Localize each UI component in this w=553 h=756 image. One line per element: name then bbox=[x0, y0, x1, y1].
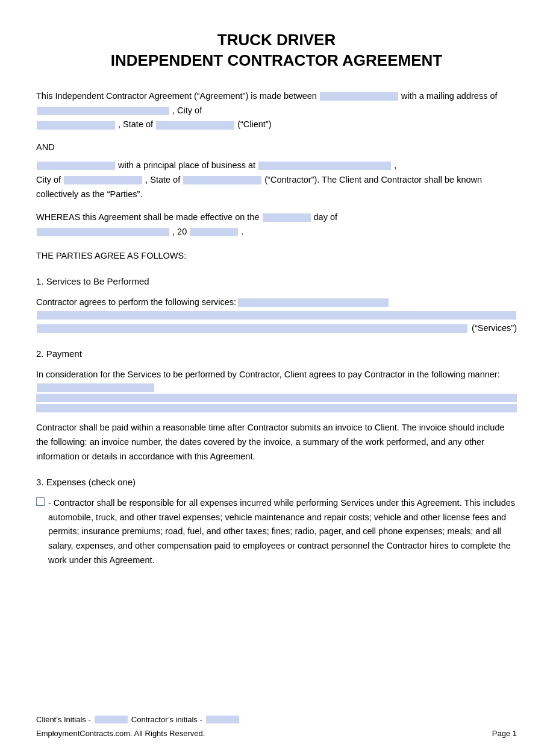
section-2-body-2: Contractor shall be paid within a reason… bbox=[36, 421, 517, 464]
whereas-year: , 20 bbox=[172, 227, 187, 236]
blank-contractor-name[interactable] bbox=[37, 162, 115, 170]
whereas-day: day of bbox=[314, 212, 338, 222]
s2-number: 2. bbox=[36, 348, 44, 359]
and-block: AND bbox=[36, 140, 517, 155]
intro-p1-mid2: , City of bbox=[172, 106, 202, 115]
blank-day[interactable] bbox=[263, 213, 311, 222]
blank-services-3[interactable] bbox=[37, 324, 467, 333]
document-header: TRUCK DRIVER INDEPENDENT CONTRACTOR AGRE… bbox=[36, 30, 517, 71]
whereas-paragraph: WHEREAS this Agreement shall be made eff… bbox=[36, 210, 517, 239]
document-footer: Client’s Initials - Contractor’s initial… bbox=[36, 715, 517, 738]
blank-year[interactable] bbox=[190, 228, 238, 236]
blank-contractor-city[interactable] bbox=[64, 176, 142, 184]
s1-number: 1. bbox=[36, 276, 44, 286]
contractors-initials-label: Contractor’s initials - bbox=[131, 715, 202, 724]
services-line-3: (“Services”) bbox=[36, 321, 517, 336]
intro-p2-start: with a principal place of business at bbox=[118, 160, 255, 170]
intro-p1-mid3: , State of bbox=[118, 119, 153, 129]
s1-services-end: (“Services”) bbox=[472, 321, 517, 336]
s2-body-p2: Contractor shall be paid within a reason… bbox=[36, 423, 505, 461]
section-2-heading: 2. Payment bbox=[36, 347, 517, 362]
s1-title: Services to Be Performed bbox=[46, 276, 149, 286]
initials-row: Client’s Initials - Contractor’s initial… bbox=[36, 715, 517, 724]
s3-title: Expenses bbox=[46, 477, 86, 487]
blank-principal-address[interactable] bbox=[258, 162, 391, 170]
s2-title: Payment bbox=[46, 348, 82, 359]
blank-clients-initials[interactable] bbox=[95, 716, 128, 723]
section-1-body: Contractor agrees to perform the followi… bbox=[36, 295, 517, 336]
copyright-text: EmploymentContracts.com. All Rights Rese… bbox=[36, 729, 205, 738]
intro-p2-comma: , bbox=[394, 160, 396, 170]
blank-contractor-state[interactable] bbox=[183, 176, 261, 184]
blank-client-city[interactable] bbox=[37, 121, 115, 130]
intro-paragraph-1: This Independent Contractor Agreement (“… bbox=[36, 89, 517, 133]
blank-client-state[interactable] bbox=[156, 121, 234, 130]
blank-payment-2[interactable] bbox=[36, 394, 517, 402]
footer-bottom: EmploymentContracts.com. All Rights Rese… bbox=[36, 729, 517, 738]
s1-body-start: Contractor agrees to perform the followi… bbox=[36, 295, 236, 310]
intro-p1-end: (“Client”) bbox=[237, 119, 271, 129]
document-content: This Independent Contractor Agreement (“… bbox=[36, 89, 517, 569]
payment-line-1: In consideration for the Services to be … bbox=[36, 368, 517, 392]
s3-number: 3. bbox=[36, 477, 44, 487]
blank-mailing-address[interactable] bbox=[37, 107, 169, 115]
document-page: TRUCK DRIVER INDEPENDENT CONTRACTOR AGRE… bbox=[0, 0, 553, 756]
intro-p1-mid1: with a mailing address of bbox=[401, 91, 498, 101]
section-3-body: - Contractor shall be responsible for al… bbox=[36, 496, 517, 569]
blank-services-2[interactable] bbox=[37, 311, 516, 320]
s3-title-note: (check one) bbox=[89, 477, 136, 487]
checkbox-item-1: - Contractor shall be responsible for al… bbox=[36, 496, 517, 569]
blank-services-1[interactable] bbox=[238, 298, 389, 307]
whereas-start: WHEREAS this Agreement shall be made eff… bbox=[36, 212, 259, 222]
intro-p2-city: City of bbox=[36, 175, 61, 184]
services-line: Contractor agrees to perform the followi… bbox=[36, 295, 517, 310]
intro-paragraph-2: with a principal place of business at , … bbox=[36, 159, 517, 202]
and-label: AND bbox=[36, 142, 55, 152]
checkbox-1[interactable] bbox=[36, 497, 45, 506]
blank-payment-3[interactable] bbox=[36, 404, 517, 412]
intro-p1-start: This Independent Contractor Agreement (“… bbox=[36, 91, 317, 101]
intro-p2-state: , State of bbox=[145, 175, 180, 184]
blank-client-name[interactable] bbox=[320, 92, 398, 101]
section-2-body-1: In consideration for the Services to be … bbox=[36, 368, 517, 412]
page-number: Page 1 bbox=[492, 729, 517, 738]
s2-body-start: In consideration for the Services to be … bbox=[36, 368, 500, 382]
clients-initials-label: Client’s Initials - bbox=[36, 715, 91, 724]
header-title: TRUCK DRIVER bbox=[36, 30, 517, 51]
blank-month[interactable] bbox=[37, 228, 169, 236]
whereas-period: . bbox=[241, 227, 243, 236]
section-1-heading: 1. Services to Be Performed bbox=[36, 274, 517, 289]
parties-agree-text: THE PARTIES AGREE AS FOLLOWS: bbox=[36, 251, 186, 260]
checkbox-1-text: - Contractor shall be responsible for al… bbox=[48, 496, 517, 569]
blank-contractors-initials[interactable] bbox=[206, 716, 239, 723]
section-3-heading: 3. Expenses (check one) bbox=[36, 475, 517, 490]
blank-payment-1[interactable] bbox=[37, 383, 154, 392]
parties-agree: THE PARTIES AGREE AS FOLLOWS: bbox=[36, 249, 517, 263]
header-subtitle: INDEPENDENT CONTRACTOR AGREEMENT bbox=[36, 51, 517, 71]
services-line-2 bbox=[36, 311, 517, 320]
